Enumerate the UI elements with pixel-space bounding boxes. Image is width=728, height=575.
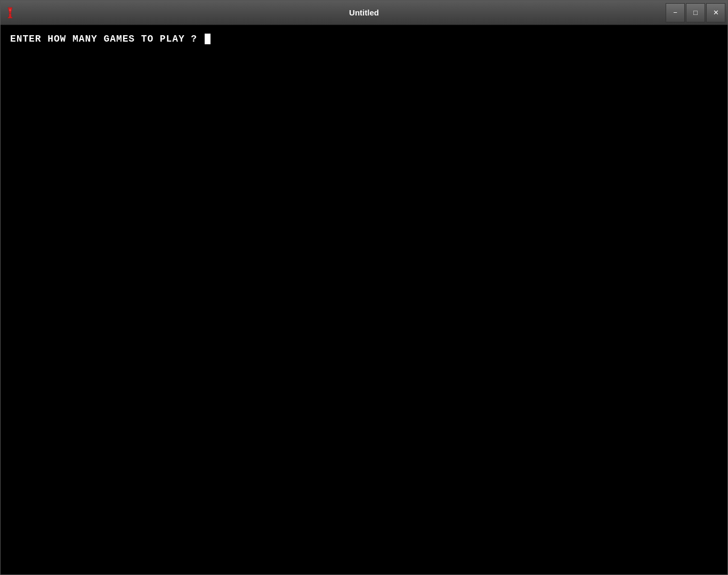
prompt-text: ENTER HOW MANY GAMES TO PLAY ? [10,34,204,44]
titlebar: Untitled − □ ✕ [1,1,727,25]
terminal-area[interactable]: ENTER HOW MANY GAMES TO PLAY ? [1,25,727,574]
text-cursor [205,34,211,44]
titlebar-controls: − □ ✕ [666,3,725,22]
titlebar-left [3,5,18,20]
main-window: Untitled − □ ✕ ENTER HOW MANY GAMES TO P… [0,0,728,575]
svg-point-0 [9,9,11,11]
app-icon [3,5,18,20]
maximize-button[interactable]: □ [686,3,705,22]
window-title: Untitled [349,8,379,17]
terminal-output: ENTER HOW MANY GAMES TO PLAY ? [10,34,718,44]
close-button[interactable]: ✕ [706,3,725,22]
minimize-button[interactable]: − [666,3,685,22]
wine-glass-icon [4,6,17,19]
